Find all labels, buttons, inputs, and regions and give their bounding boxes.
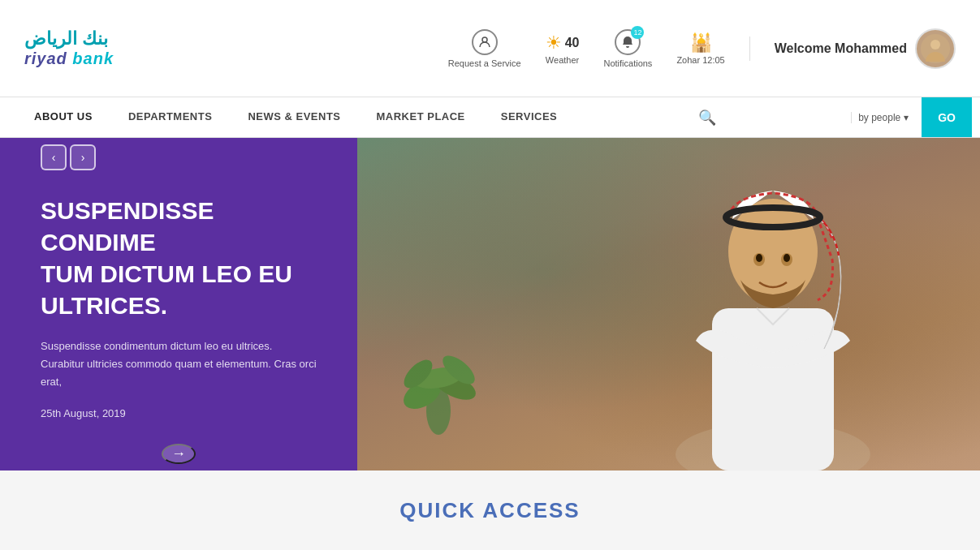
hero-date: 25th August, 2019 bbox=[41, 407, 317, 419]
hero-title: SUSPENDISSE CONDIME TUM DICTUM LEO EU UL… bbox=[41, 195, 317, 321]
navigation-bar: ABOUT US DEPARTMENTS NEWS & EVENTS MARKE… bbox=[0, 97, 980, 138]
user-welcome[interactable]: Welcome Mohammed bbox=[775, 28, 956, 69]
nav-services[interactable]: SERVICES bbox=[483, 97, 576, 137]
hero-person-illustration bbox=[631, 146, 915, 471]
header-divider bbox=[749, 37, 750, 61]
hero-navigation: ‹ › bbox=[41, 144, 317, 170]
quick-access-section: QUICK ACCESS bbox=[0, 471, 980, 550]
nav-departments[interactable]: DEPARTMENTS bbox=[110, 97, 230, 137]
logo-arabic: بنك الرياض bbox=[24, 28, 108, 49]
hero-description: Suspendisse condimentum dictum leo eu ul… bbox=[41, 337, 317, 391]
zohar-label: Zohar 12:05 bbox=[676, 55, 724, 65]
hero-section: ‹ › SUSPENDISSE CONDIME TUM DICTUM LEO E… bbox=[0, 138, 980, 471]
logo-english: riyad bank bbox=[24, 49, 114, 68]
logo-english-part2: bank bbox=[67, 49, 114, 67]
notifications-count: 12 bbox=[631, 26, 644, 39]
search-icon[interactable]: 🔍 bbox=[698, 109, 716, 127]
svg-point-0 bbox=[482, 37, 487, 42]
nav-menu: ABOUT US DEPARTMENTS NEWS & EVENTS MARKE… bbox=[16, 97, 690, 137]
hero-content-panel: ‹ › SUSPENDISSE CONDIME TUM DICTUM LEO E… bbox=[0, 138, 357, 471]
prayer-time-widget: 🕌 Zohar 12:05 bbox=[676, 32, 724, 65]
request-service-label: Request a Service bbox=[448, 58, 521, 68]
hero-prev-button[interactable]: ‹ bbox=[41, 144, 67, 170]
request-service-icon bbox=[472, 29, 498, 55]
chevron-left-icon: ‹ bbox=[52, 151, 56, 164]
search-area: 🔍 by people ▾ GO bbox=[690, 97, 980, 137]
quick-access-title: QUICK ACCESS bbox=[399, 498, 580, 523]
logo[interactable]: بنك الرياض riyad bank bbox=[24, 28, 114, 68]
weather-temp: 40 bbox=[565, 36, 580, 50]
hero-next-button[interactable]: › bbox=[70, 144, 96, 170]
mosque-icon: 🕌 bbox=[690, 32, 712, 54]
svg-rect-4 bbox=[712, 308, 834, 471]
notifications-button[interactable]: 12 Notifications bbox=[603, 29, 652, 68]
svg-point-10 bbox=[784, 254, 790, 262]
weather-widget[interactable]: ☀ 40 Weather bbox=[546, 32, 580, 65]
site-header: بنك الرياض riyad bank Request a Service … bbox=[0, 0, 980, 97]
chevron-right-icon: › bbox=[81, 151, 85, 164]
user-avatar bbox=[915, 28, 956, 69]
hero-plant-decoration bbox=[390, 313, 487, 438]
weather-label: Weather bbox=[546, 55, 579, 65]
request-service-button[interactable]: Request a Service bbox=[448, 29, 521, 68]
arrow-right-icon: → bbox=[171, 445, 186, 462]
svg-point-5 bbox=[728, 199, 818, 304]
svg-point-2 bbox=[930, 40, 940, 49]
search-go-button[interactable]: GO bbox=[922, 97, 972, 137]
header-actions: Request a Service ☀ 40 Weather 12 Notifi… bbox=[448, 28, 956, 69]
svg-point-9 bbox=[756, 254, 762, 262]
logo-english-part1: riyad bbox=[24, 49, 67, 67]
search-filter-dropdown[interactable]: by people ▾ bbox=[851, 112, 915, 123]
search-filter-label: by people bbox=[858, 112, 900, 123]
notifications-label: Notifications bbox=[603, 58, 652, 68]
notifications-badge-wrapper: 12 bbox=[615, 29, 641, 55]
nav-market-place[interactable]: MARKET PLACE bbox=[359, 97, 483, 137]
search-input[interactable] bbox=[723, 111, 844, 123]
weather-icon: ☀ bbox=[546, 32, 562, 54]
welcome-text: Welcome Mohammed bbox=[775, 41, 907, 56]
nav-about-us[interactable]: ABOUT US bbox=[16, 97, 110, 137]
hero-image-panel bbox=[357, 138, 980, 471]
nav-news-events[interactable]: NEWS & EVENTS bbox=[230, 97, 358, 137]
chevron-down-icon: ▾ bbox=[904, 112, 909, 123]
hero-read-more-button[interactable]: → bbox=[162, 444, 196, 464]
